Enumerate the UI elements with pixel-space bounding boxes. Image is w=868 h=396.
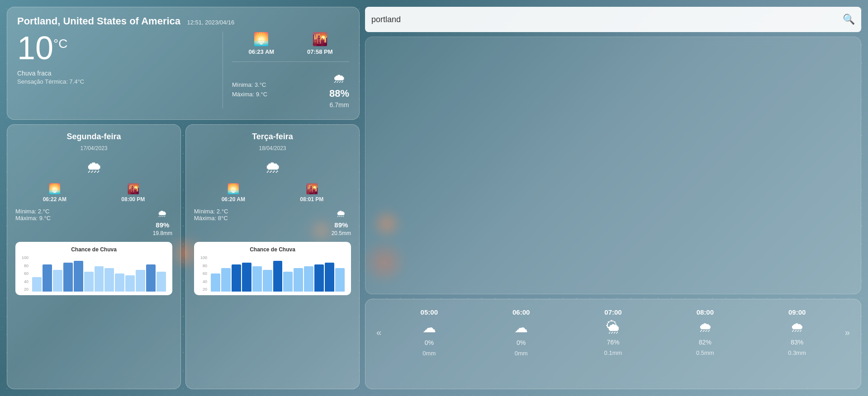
hour-0500-percent: 0% bbox=[425, 339, 434, 346]
monday-weather-icon: 🌧 bbox=[86, 158, 102, 177]
hourly-item-0600: 06:00 ☁ 0% 0mm bbox=[475, 306, 567, 358]
forecast-card-tuesday: Terça-feira 18/04/2023 🌧 🌅 06:20 AM 🌇 08… bbox=[185, 124, 360, 389]
hour-0800-percent: 82% bbox=[699, 339, 711, 346]
tuesday-sunrise: 🌅 06:20 AM bbox=[222, 183, 245, 203]
search-input[interactable] bbox=[371, 15, 838, 24]
hour-0600-time: 06:00 bbox=[512, 308, 530, 316]
monday-bar-chart bbox=[32, 255, 166, 292]
hour-0500-time: 05:00 bbox=[421, 308, 438, 316]
main-temperature: 10°C bbox=[17, 32, 213, 64]
tuesday-name: Terça-feira bbox=[194, 132, 351, 141]
tuesday-y-labels: 100 80 60 40 20 bbox=[200, 255, 209, 292]
monday-name: Segunda-feira bbox=[15, 132, 172, 141]
sunset-item: 🌇 07:58 PM bbox=[307, 32, 332, 55]
hour-0900-percent: 83% bbox=[791, 339, 803, 346]
bar bbox=[84, 272, 94, 292]
bar bbox=[314, 264, 324, 292]
tuesday-sunrise-icon: 🌅 bbox=[227, 183, 239, 195]
bar bbox=[273, 261, 283, 292]
right-panel: 🔍 « 05:00 ☁ 0% 0mm 06:00 bbox=[365, 7, 861, 389]
tuesday-weather-icon: 🌧 bbox=[265, 158, 281, 177]
left-panel: Portland, United States of America 12:51… bbox=[7, 7, 360, 389]
hour-0600-mm: 0mm bbox=[515, 350, 528, 357]
monday-sunset-icon: 🌇 bbox=[127, 183, 139, 195]
today-max-temp: Máxima: 9.°C bbox=[232, 90, 267, 99]
hourly-item-0900: 09:00 🌧 83% 0.3mm bbox=[751, 306, 843, 358]
search-container[interactable]: 🔍 bbox=[365, 7, 861, 32]
tuesday-max: Máxima: 8°C bbox=[194, 215, 228, 222]
bar bbox=[242, 263, 251, 292]
forecast-card-monday: Segunda-feira 17/04/2023 🌧 🌅 06:22 AM 🌇 … bbox=[7, 124, 181, 389]
hour-0800-time: 08:00 bbox=[697, 308, 714, 316]
today-rain: 🌧 88% 6.7mm bbox=[329, 71, 349, 108]
bar bbox=[136, 270, 145, 292]
bar bbox=[157, 272, 166, 292]
hourly-items-row: « 05:00 ☁ 0% 0mm 06:00 ☁ 0% 0mm bbox=[375, 306, 852, 358]
hour-0900-icon: 🌧 bbox=[790, 320, 804, 335]
bar bbox=[252, 266, 262, 292]
sunset-icon: 🌇 bbox=[312, 32, 328, 47]
monday-rain-mm: 19.8mm bbox=[153, 230, 172, 236]
bar bbox=[283, 272, 293, 292]
rain-icon: 🌧 bbox=[333, 71, 346, 86]
monday-sun-row: 🌅 06:22 AM 🌇 08:00 PM bbox=[15, 183, 172, 203]
tuesday-sunset-icon: 🌇 bbox=[306, 183, 318, 195]
city-title: Portland, United States of America bbox=[17, 15, 180, 27]
bar bbox=[335, 268, 345, 292]
sun-section: 🌅 06:23 AM 🌇 07:58 PM Mínima: 3.°C Máxim… bbox=[223, 32, 349, 108]
tuesday-chart-title: Chance de Chuva bbox=[200, 246, 345, 253]
bar bbox=[63, 263, 73, 292]
next-hour-button[interactable]: » bbox=[843, 306, 852, 358]
bar bbox=[125, 275, 135, 292]
monday-max: Máxima: 9.°C bbox=[15, 215, 51, 222]
weather-description: Chuva fraca bbox=[17, 70, 213, 77]
today-rain-mm: 6.7mm bbox=[330, 101, 349, 108]
sunset-time: 07:58 PM bbox=[307, 48, 332, 55]
monday-rain-pct: 89% bbox=[156, 221, 169, 229]
tuesday-bar-chart bbox=[211, 255, 345, 292]
tuesday-min: Mínima: 2.°C bbox=[194, 208, 228, 215]
hour-0600-percent: 0% bbox=[517, 339, 526, 346]
bar bbox=[211, 273, 220, 292]
hour-0700-mm: 0.1mm bbox=[604, 349, 622, 356]
tuesday-sunset: 🌇 08:01 PM bbox=[300, 183, 323, 203]
bar bbox=[263, 270, 272, 292]
prev-hour-button[interactable]: « bbox=[375, 306, 383, 358]
tuesday-rain-mm: 20.5mm bbox=[332, 230, 351, 236]
sunrise-time: 06:23 AM bbox=[249, 48, 275, 55]
monday-date: 17/04/2023 bbox=[15, 145, 172, 151]
bar bbox=[294, 268, 303, 292]
monday-sunrise: 🌅 06:22 AM bbox=[43, 183, 66, 203]
bar bbox=[232, 264, 241, 292]
bar bbox=[146, 264, 156, 292]
date-time: 12:51, 2023/04/16 bbox=[187, 19, 235, 26]
bar bbox=[221, 268, 231, 292]
today-min-temp: Mínima: 3.°C bbox=[232, 80, 267, 90]
hour-0900-time: 09:00 bbox=[788, 308, 806, 316]
monday-rain: 🌧 89% 19.8mm bbox=[153, 208, 172, 236]
monday-y-labels: 100 80 60 40 20 bbox=[22, 255, 30, 292]
tuesday-sun-row: 🌅 06:20 AM 🌇 08:01 PM bbox=[194, 183, 351, 203]
monday-rain-icon: 🌧 bbox=[157, 208, 167, 220]
monday-min: Mínima: 2.°C bbox=[15, 208, 51, 215]
bar bbox=[32, 277, 42, 292]
tuesday-rain: 🌧 89% 20.5mm bbox=[332, 208, 351, 236]
search-icon: 🔍 bbox=[843, 14, 855, 25]
bar bbox=[325, 263, 334, 292]
bar bbox=[115, 273, 124, 292]
tuesday-chart: Chance de Chuva 100 80 60 40 20 bbox=[194, 242, 351, 295]
monday-chart-title: Chance de Chuva bbox=[22, 246, 166, 253]
hour-0700-time: 07:00 bbox=[604, 308, 621, 316]
forecast-row: Segunda-feira 17/04/2023 🌧 🌅 06:22 AM 🌇 … bbox=[7, 124, 360, 389]
hour-0800-mm: 0.5mm bbox=[696, 349, 714, 356]
monday-chart: Chance de Chuva 100 80 60 40 20 bbox=[15, 242, 172, 295]
hour-0600-icon: ☁ bbox=[514, 320, 528, 335]
hour-0500-mm: 0mm bbox=[422, 350, 436, 357]
today-rain-percent: 88% bbox=[329, 88, 349, 99]
hour-0900-mm: 0.3mm bbox=[788, 349, 806, 356]
today-card: Portland, United States of America 12:51… bbox=[7, 7, 360, 120]
tuesday-rain-pct: 89% bbox=[334, 221, 348, 229]
search-button[interactable]: 🔍 bbox=[843, 14, 855, 25]
hourly-item-0800: 08:00 🌧 82% 0.5mm bbox=[659, 306, 751, 358]
bar bbox=[104, 268, 114, 292]
